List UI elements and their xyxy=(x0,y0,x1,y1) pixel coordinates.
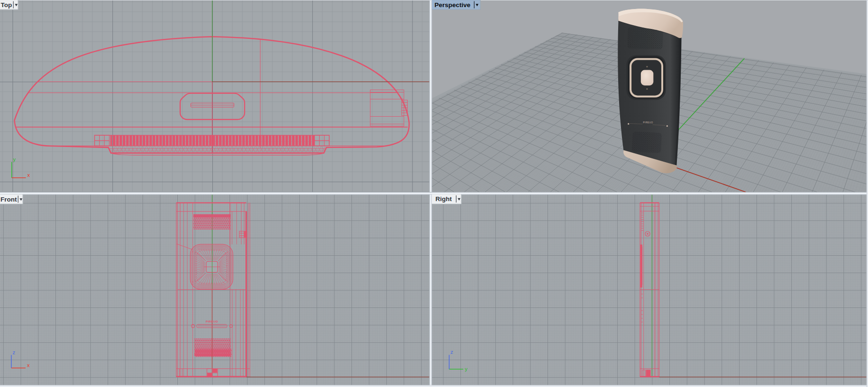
svg-text:x: x xyxy=(27,362,30,368)
svg-text:z: z xyxy=(13,350,15,355)
svg-text:y: y xyxy=(465,366,468,372)
svg-text:x: x xyxy=(27,172,30,178)
svg-text:PIREUO: PIREUO xyxy=(206,320,218,323)
svg-text:Perspective: Perspective xyxy=(435,1,471,9)
svg-text:z: z xyxy=(450,349,453,355)
svg-text:PIREUO: PIREUO xyxy=(643,121,653,124)
svg-text:y: y xyxy=(13,157,16,162)
svg-text:Right: Right xyxy=(436,195,452,203)
svg-text:Top: Top xyxy=(1,1,12,9)
svg-text:Front: Front xyxy=(0,196,17,203)
